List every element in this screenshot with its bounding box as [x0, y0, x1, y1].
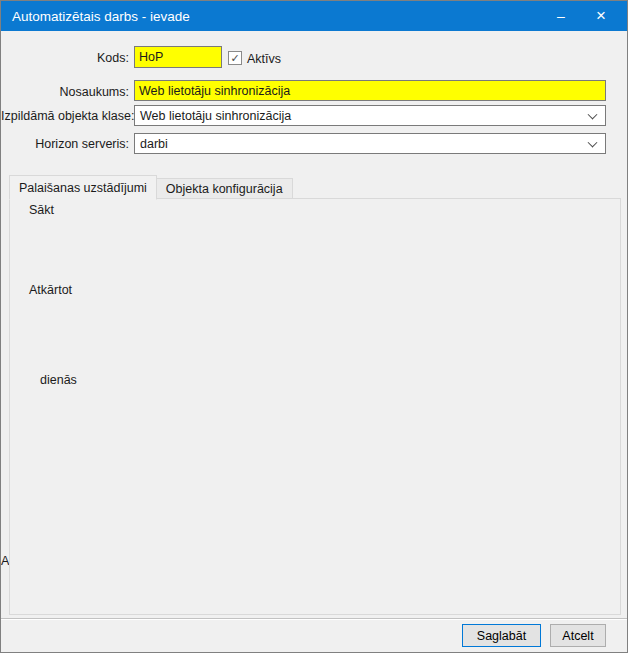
window-title: Automatizētais darbs - ievade: [12, 9, 190, 24]
tab-page: [9, 198, 621, 615]
close-button[interactable]: ×: [581, 1, 621, 31]
minimize-icon: –: [557, 8, 565, 24]
sakt-group-title: Sākt: [25, 203, 58, 217]
cancel-button[interactable]: Atcelt: [550, 624, 606, 647]
chevron-down-icon: [588, 109, 598, 119]
kods-input[interactable]: HoP: [134, 46, 222, 68]
kods-label: Kods:: [1, 51, 129, 66]
tab-label: Palaišanas uzstādījumi: [19, 181, 147, 195]
tab-label: Objekta konfigurācija: [166, 182, 283, 196]
kods-value: HoP: [139, 50, 163, 64]
objekta-klase-label: Izpildāmā objekta klase:: [1, 109, 129, 124]
chevron-down-icon: [588, 137, 598, 147]
atkartot-group-title: Atkārtot: [25, 283, 76, 297]
minimize-button[interactable]: –: [541, 1, 581, 31]
footer-separator-highlight: [1, 619, 628, 620]
titlebar[interactable]: Automatizētais darbs - ievade – ×: [1, 1, 627, 31]
horizon-serveris-combobox[interactable]: darbi: [134, 133, 606, 154]
save-button[interactable]: Saglabāt: [462, 624, 541, 647]
horizon-serveris-label: Horizon serveris:: [1, 137, 129, 152]
tab-palaisanas-uzstadijumi[interactable]: Palaišanas uzstādījumi: [9, 175, 157, 200]
tab-strip: Palaišanas uzstādījumi Objekta konfigurā…: [9, 174, 293, 199]
objekta-klase-combobox[interactable]: Web lietotāju sinhronizācija: [134, 105, 606, 126]
nosaukums-value: Web lietotāju sinhronizācija: [139, 84, 290, 98]
save-button-label: Saglabāt: [477, 629, 526, 643]
dienas-group-title: dienās: [36, 373, 81, 387]
check-icon: ✓: [230, 52, 239, 65]
aktivs-label: Aktīvs: [247, 52, 281, 66]
nosaukums-label: Nosaukums:: [1, 85, 129, 100]
objekta-klase-value: Web lietotāju sinhronizācija: [140, 109, 291, 123]
cancel-button-label: Atcelt: [562, 629, 593, 643]
nosaukums-input[interactable]: Web lietotāju sinhronizācija: [134, 80, 606, 101]
titlebar-buttons: – ×: [541, 1, 621, 31]
close-icon: ×: [596, 6, 606, 26]
aktivs-checkbox[interactable]: ✓: [228, 51, 242, 65]
tab-objekta-konfiguracija[interactable]: Objekta konfigurācija: [157, 178, 293, 199]
dialog-window: Automatizētais darbs - ievade – × Kods: …: [0, 0, 628, 653]
horizon-serveris-value: darbi: [140, 137, 168, 151]
